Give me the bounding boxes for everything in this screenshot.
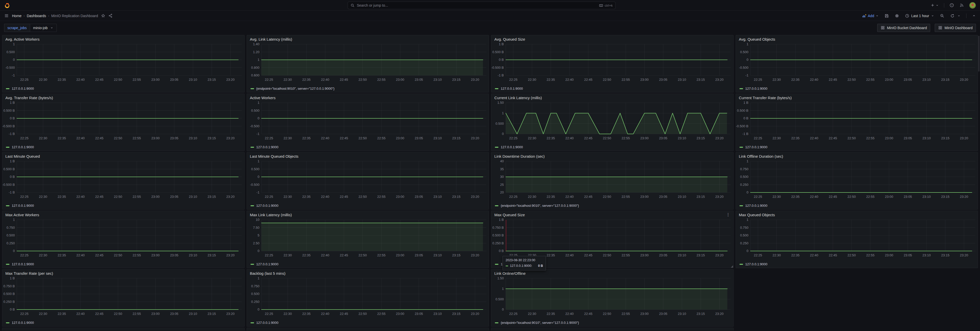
y-axis-tick-label: 0.250 B [492, 241, 504, 245]
share-button[interactable] [108, 14, 113, 18]
legend-item[interactable]: 127.0.0.1:9000 [12, 145, 34, 149]
zoom-out-time-button[interactable] [940, 14, 945, 18]
y-axis-tick-label: 1 [258, 276, 259, 280]
legend-item[interactable]: 127.0.0.1:9000 [256, 204, 278, 208]
legend-item[interactable]: 127.0.0.1:9000 [745, 87, 768, 91]
panel-title[interactable]: Last Minute Queued [2, 152, 244, 159]
help-button[interactable]: ? [949, 3, 954, 8]
time-range-picker[interactable]: Last 1 hour [905, 14, 934, 18]
legend-item[interactable]: 127.0.0.1:9000 [256, 145, 278, 149]
time-series-plot[interactable]: 10.7500.5000.250022:2522:3022:3522:4022:… [247, 276, 489, 318]
legend-item[interactable]: 127.0.0.1:9000 [745, 262, 768, 266]
collapse-toolbar-button[interactable] [972, 14, 976, 18]
time-series-plot[interactable]: 1 B0.500 B0 B-0.500 B-1 B22:2522:3022:35… [2, 159, 244, 201]
legend-item[interactable]: 127.0.0.1:9000 [745, 145, 768, 149]
legend-item[interactable]: 127.0.0.1:9000 [501, 145, 523, 149]
time-series-plot[interactable]: 107.5052.50022:2522:3022:3522:4022:4522:… [247, 217, 489, 259]
time-series-plot[interactable]: 1 B0.750 B0.500 B0.250 B0 B22:2522:3022:… [2, 276, 244, 318]
legend-color-mark [495, 322, 498, 323]
panel-legend: {endpoint="localhost:9010", server="127.… [491, 321, 733, 326]
panel-title[interactable]: Current Transfer Rate (bytes/s) [736, 94, 978, 100]
panel-title[interactable]: Last Minute Queued Objects [247, 152, 489, 159]
legend-item[interactable]: 127.0.0.1:9000 [745, 204, 768, 208]
y-axis-tick-label: 0.750 [251, 284, 259, 288]
x-axis-tick-label: 23:10 [433, 253, 441, 257]
grafana-logo[interactable] [4, 2, 10, 8]
panel-title[interactable]: Max Active Workers [2, 211, 244, 217]
panel-title[interactable]: Avg. Link Latency (millis) [247, 35, 489, 42]
save-icon [885, 14, 889, 18]
y-axis-tick-label: -0.500 B [2, 124, 15, 128]
panel-title[interactable]: Active Workers [247, 94, 489, 100]
legend-item[interactable]: 127.0.0.1:9000 [12, 87, 34, 91]
panel-title[interactable]: Avg. Queued Objects [736, 35, 978, 42]
panel-resize-handle[interactable] [731, 265, 733, 267]
mega-menu-toggle[interactable] [4, 13, 9, 18]
panel-title[interactable]: Link Downtime Duration (sec) [491, 152, 733, 159]
user-avatar[interactable] [969, 2, 976, 9]
time-series-plot[interactable]: 10.7500.5000.250022:2522:3022:3522:4022:… [736, 159, 978, 201]
time-series-plot[interactable]: 1 B0.500 B0 B-0.500 B-1 B22:2522:3022:35… [736, 100, 978, 142]
x-axis-tick-label: 23:00 [640, 136, 649, 140]
search-input[interactable]: Search or jump to... ctrl+k [348, 2, 616, 9]
add-panel-button[interactable]: Add [862, 14, 879, 18]
x-axis-tick-label: 23:15 [208, 78, 216, 81]
panel-title[interactable]: Max Queued Objects [736, 211, 978, 217]
panel-title[interactable]: Max Link Latency (millis) [247, 211, 489, 217]
x-axis-tick-label: 22:30 [528, 136, 536, 140]
favorite-star-button[interactable] [101, 14, 105, 18]
legend-item[interactable]: 127.0.0.1:9000 [12, 204, 34, 208]
breadcrumb-home[interactable]: Home [12, 14, 21, 18]
news-button[interactable] [959, 3, 964, 8]
minio-dashboard-link[interactable]: MinIO Dashboard [935, 24, 976, 32]
time-series-plot[interactable]: 1 B0.500 B0 B-0.500 B-1 B22:2522:3022:35… [491, 42, 733, 84]
y-axis-tick-label: 1 [258, 58, 259, 62]
x-axis-tick-label: 22:50 [114, 312, 122, 316]
time-series-plot[interactable]: 10.5000-0.500-122:2522:3022:3522:4022:45… [247, 100, 489, 142]
time-series-plot[interactable]: 1.5010.500022:2522:3022:3522:4022:4522:5… [491, 276, 733, 318]
x-axis-tick-label: 23:00 [151, 312, 159, 316]
time-series-plot[interactable]: 1 B0.750 B0.500 B0.250 B0 B22:2522:3022:… [491, 217, 733, 259]
legend-item[interactable]: {endpoint="localhost:9010", server="127.… [501, 204, 579, 208]
legend-item[interactable]: 127.0.0.1:9000 [501, 87, 523, 91]
minio-bucket-dashboard-link[interactable]: MinIO Bucket Dashboard [877, 24, 930, 32]
panel-title[interactable]: Avg. Active Workers [2, 35, 244, 42]
new-menu-button[interactable] [931, 3, 939, 7]
panel-menu-button[interactable]: ⋮ [725, 212, 732, 218]
panel-title[interactable]: Backlog (last 5 mins) [247, 269, 489, 276]
legend-item[interactable]: 127.0.0.1:9000 [256, 262, 278, 266]
panel-title[interactable]: Max Transfer Rate (per sec) [2, 269, 244, 276]
refresh-button[interactable] [950, 14, 955, 18]
time-series-plot[interactable]: 1 B0.500 B0 B-0.500 B-1 B22:2522:3022:35… [2, 100, 244, 142]
breadcrumb-current-dashboard: MinIO Replication Dashboard [51, 14, 98, 18]
legend-item[interactable]: 127.0.0.1:9000 [12, 262, 34, 266]
time-series-plot[interactable]: 10.5000-0.500-122:2522:3022:3522:4022:45… [736, 42, 978, 84]
x-axis-tick-label: 22:25 [264, 195, 273, 199]
x-axis-tick-label: 22:30 [39, 195, 47, 199]
panel-title[interactable]: Avg. Queued Size [491, 35, 733, 42]
time-series-plot[interactable]: 10.7500.5000.250022:2522:3022:3522:4022:… [2, 217, 244, 259]
panel-title[interactable]: Current Link Latency (millis) [491, 94, 733, 100]
plus-icon [931, 3, 935, 7]
panel-title[interactable]: Max Queued Size [491, 211, 733, 217]
legend-item[interactable]: 127.0.0.1:9000 [256, 321, 278, 325]
time-series-plot[interactable]: 10.5000-0.500-122:2522:3022:3522:4022:45… [2, 42, 244, 84]
time-series-plot[interactable]: 1.5010.500022:2522:3022:3522:4022:4522:5… [491, 100, 733, 142]
y-axis-tick-label: 0.750 B [3, 284, 15, 288]
panel-title[interactable]: Link Offline Duration (sec) [736, 152, 978, 159]
dashboard-settings-button[interactable] [895, 14, 899, 18]
scrollbar[interactable] [978, 36, 980, 72]
x-axis-tick-label: 22:50 [114, 78, 122, 81]
save-dashboard-button[interactable] [885, 14, 889, 18]
time-series-plot[interactable]: 403530252022:2522:3022:3522:4022:4522:50… [491, 159, 733, 201]
legend-item[interactable]: {endpoint="localhost:9010", server="127.… [256, 87, 334, 91]
legend-item[interactable]: 127.0.0.1:9000 [12, 321, 34, 325]
panel-title[interactable]: Avg. Transfer Rate (bytes/s) [2, 94, 244, 100]
time-series-plot[interactable]: 1.401.2010.8000.60022:2522:3022:3522:402… [247, 42, 489, 84]
variable-value-dropdown[interactable]: minio-job [30, 24, 57, 32]
time-series-plot[interactable]: 10.5000-0.500-122:2522:3022:3522:4022:45… [247, 159, 489, 201]
refresh-interval-dropdown[interactable] [957, 14, 961, 18]
breadcrumb-dashboards[interactable]: Dashboards [27, 14, 46, 18]
time-series-plot[interactable]: 10.7500.5000.250022:2522:3022:3522:4022:… [736, 217, 978, 259]
legend-item[interactable]: {endpoint="localhost:9010", server="127.… [501, 321, 579, 325]
